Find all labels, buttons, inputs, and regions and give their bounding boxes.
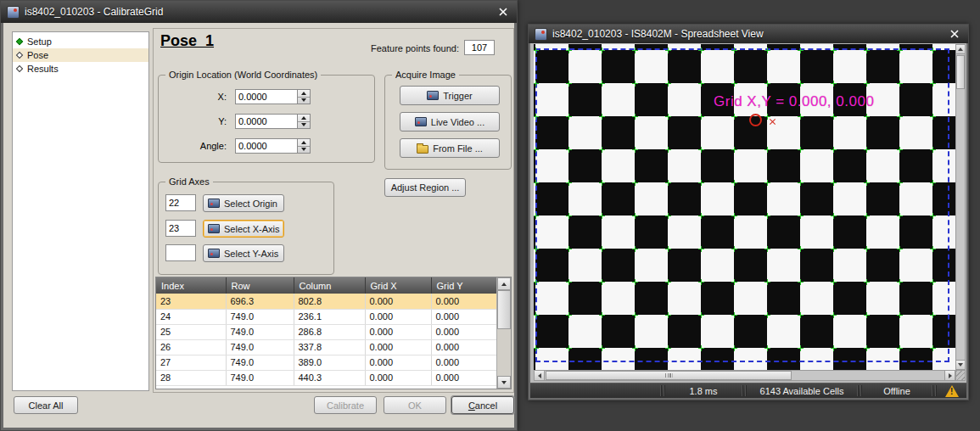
close-icon[interactable] [947,27,962,41]
header-column[interactable]: Column [294,277,365,294]
scroll-thumb[interactable] [546,371,792,380]
y-axis-index-input[interactable] [165,244,196,261]
x-input[interactable] [235,89,298,104]
tree-item-results[interactable]: Results [13,62,148,76]
angle-input[interactable] [235,138,298,154]
cancel-button[interactable]: Cancel [451,396,514,414]
scroll-thumb[interactable] [956,55,965,89]
scroll-up-icon[interactable] [956,45,965,54]
scroll-up-icon[interactable] [497,277,511,290]
ok-button[interactable]: OK [384,396,446,414]
spreadsheet-content: Grid X,Y = 0.000, 0.000 1.8 ms [530,43,966,398]
grid-axes-group: Grid Axes Select Origin Select X-Axis [158,182,334,275]
cell-index: 27 [156,355,226,370]
status-separator [659,385,666,396]
spreadsheet-titlebar[interactable]: is8402_010203 - IS8402M - Spreadsheet Vi… [529,25,968,43]
warning-icon [945,385,959,397]
header-grid-x[interactable]: Grid X [365,277,431,294]
header-row[interactable]: Row [226,277,294,294]
origin-x-marker [769,118,776,126]
checkerboard-image[interactable]: Grid X,Y = 0.000, 0.000 [534,44,955,370]
tree-item-label: Setup [27,36,52,47]
grid-xy-overlay: Grid X,Y = 0.000, 0.000 [714,93,874,110]
select-x-axis-button[interactable]: Select X-Axis [203,220,284,238]
scroll-down-icon[interactable] [956,360,965,369]
x-spinner [298,89,311,104]
header-grid-y[interactable]: Grid Y [431,277,497,294]
from-file-button-label: From File ... [433,143,483,154]
clear-all-label: Clear All [29,400,64,411]
spin-down-icon[interactable] [298,97,310,104]
select-origin-button[interactable]: Select Origin [203,194,284,212]
table-row[interactable]: 25 749.0 286.8 0.000 0.000 [156,324,497,339]
cell-column: 389.0 [294,355,365,370]
calibrate-button[interactable]: Calibrate [314,396,377,414]
cell-grid-y: 0.000 [431,339,497,355]
spin-up-icon[interactable] [298,90,310,97]
cell-row: 749.0 [226,339,294,355]
cancel-label: Cancel [468,400,497,411]
close-icon[interactable] [496,5,511,19]
scroll-thumb[interactable] [497,290,511,329]
image-horizontal-scrollbar[interactable] [534,370,955,381]
spin-down-icon[interactable] [298,121,310,129]
cell-row: 749.0 [226,355,294,370]
cell-grid-x: 0.000 [365,309,431,324]
cell-grid-x: 0.000 [365,355,431,370]
select-y-axis-button[interactable]: Select Y-Axis [203,244,284,262]
header-index[interactable]: Index [156,277,226,294]
clear-all-button[interactable]: Clear All [14,396,78,414]
status-separator [856,385,863,396]
spin-up-icon[interactable] [298,139,310,146]
cell-row: 749.0 [226,309,294,324]
table-scrollbar[interactable] [496,277,511,389]
table-row[interactable]: 27 749.0 389.0 0.000 0.000 [156,355,497,370]
angle-spinner [298,138,311,154]
y-spinner [298,114,311,129]
cell-column: 337.8 [294,339,365,355]
origin-axis-row: Select Origin [159,194,333,212]
feature-table-container: Index Row Column Grid X Grid Y 2 [155,277,512,389]
spin-down-icon[interactable] [298,146,310,154]
origin-group-title: Origin Location (World Coordinates) [165,70,321,80]
cell-column: 440.3 [294,370,365,385]
trigger-button[interactable]: Trigger [400,86,500,105]
table-row[interactable]: 23 696.3 802.8 0.000 0.000 [156,294,497,309]
y-input[interactable] [235,114,298,129]
calibrate-label: Calibrate [327,400,364,411]
x-axis-index-input[interactable] [165,220,196,237]
table-row[interactable]: 24 749.0 236.1 0.000 0.000 [156,309,497,324]
tree-item-pose[interactable]: Pose [13,48,148,62]
warning-indicator[interactable] [938,385,966,397]
ok-label: OK [408,400,422,411]
window-title: is8402_010203 - IS8402M - Spreadsheet Vi… [552,28,942,40]
pose-heading: Pose 1 [160,32,214,50]
acquisition-time: 1.8 ms [666,385,741,397]
cell-row: 696.3 [226,294,294,309]
scroll-left-icon[interactable] [535,371,545,380]
from-file-button[interactable]: From File ... [400,138,500,158]
scroll-right-icon[interactable] [944,371,955,380]
image-vertical-scrollbar[interactable] [955,44,966,370]
scroll-down-icon[interactable] [497,376,511,389]
table-row[interactable]: 26 749.0 337.8 0.000 0.000 [156,339,497,355]
origin-index-input[interactable] [165,194,196,211]
spin-up-icon[interactable] [298,115,310,121]
calibrate-grid-window: is8402_010203 - CalibrateGrid Setup Pose… [0,0,518,431]
tree-item-setup[interactable]: Setup [13,35,148,48]
live-video-button[interactable]: Live Video ... [400,112,500,132]
cell-grid-y: 0.000 [431,294,497,309]
adjust-region-button[interactable]: Adjust Region ... [384,178,466,197]
status-bar: 1.8 ms 6143 Available Cells Offline [530,383,966,398]
x-axis-row: Select X-Axis [159,220,333,238]
cell-index: 25 [156,324,226,339]
scroll-grip-icon [665,373,673,378]
calibrate-grid-titlebar[interactable]: is8402_010203 - CalibrateGrid [1,1,517,23]
folder-icon [417,145,428,154]
cell-grid-y: 0.000 [431,370,497,385]
origin-x-row: X: [159,89,374,104]
table-row[interactable]: 28 749.0 440.3 0.000 0.000 [156,370,497,385]
cell-column: 236.1 [294,309,365,324]
tree-item-label: Pose [27,50,48,60]
feature-points-value: 107 [464,40,495,55]
